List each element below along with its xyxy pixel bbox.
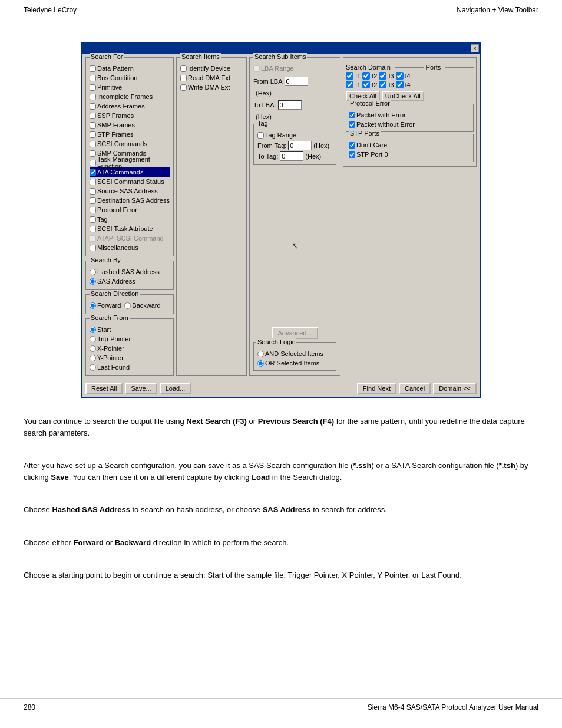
search-by-sas: SAS Address: [90, 276, 170, 286]
bold-tsh: *.tsh: [499, 461, 515, 470]
port-i1-r2[interactable]: [346, 81, 353, 88]
ports-divider2: [445, 67, 474, 68]
domain-ports-row: Search Domain Ports: [346, 64, 474, 71]
item-atapi-scsi: ATAPI SCSI Command: [90, 233, 170, 243]
paragraph-4: Choose either Forward or Backward direct…: [24, 537, 538, 549]
packet-without-error: Packet without Error: [349, 120, 471, 129]
search-items-label: Search Items: [180, 53, 221, 60]
from-trip-pointer: Trip-Pointer: [90, 334, 170, 344]
advanced-button[interactable]: Advanced...: [272, 327, 318, 339]
direction-forward: Forward: [90, 301, 121, 310]
bold-sas-address: SAS Address: [263, 505, 311, 514]
search-from-group: Search From Start Trip-Pointer X-Pointer…: [85, 318, 174, 376]
from-start: Start: [90, 325, 170, 334]
search-sub-items-column: Search Sub Items LBA Range From LBA (Hex…: [249, 57, 340, 376]
save-button[interactable]: Save...: [125, 383, 157, 394]
to-lba-row: To LBA:: [253, 100, 336, 110]
search-from-label: Search From: [90, 314, 130, 321]
dialog-container: × Search For Data Pattern Bus Condition …: [24, 42, 538, 398]
bold-save: Save: [51, 473, 68, 482]
paragraph-2: After you have set up a Search configura…: [24, 460, 538, 483]
advanced-btn-container: Advanced...: [253, 327, 336, 339]
paragraph-5: Choose a starting point to begin or cont…: [24, 569, 538, 581]
domain-button[interactable]: Domain <<: [433, 383, 477, 394]
port-i1-r1[interactable]: [346, 72, 353, 80]
item-scsi-commands: SCSI Commands: [90, 139, 170, 149]
item-dest-sas: Destination SAS Address: [90, 196, 170, 205]
load-button[interactable]: Load...: [160, 383, 191, 394]
item-bus-condition: Bus Condition: [90, 73, 170, 83]
port-i4-r2[interactable]: [396, 81, 404, 88]
from-y-pointer: Y-Pointer: [90, 353, 170, 363]
port-i2-r1[interactable]: [362, 72, 370, 80]
search-items-column: Search Items Identify Device Read DMA Ex…: [176, 57, 247, 376]
direction-backward: Backward: [124, 301, 160, 310]
search-by-group: Search By Hashed SAS Address SAS Address: [85, 261, 174, 290]
search-by-label: Search By: [90, 256, 122, 263]
cancel-button[interactable]: Cancel: [399, 383, 431, 394]
port-i3-r2[interactable]: [379, 81, 386, 88]
stp-port-0: STP Port 0: [349, 150, 471, 159]
search-items-group: Search Items Identify Device Read DMA Ex…: [176, 57, 247, 376]
dialog-footer: Reset All Save... Load... Find Next Canc…: [82, 380, 480, 397]
reset-all-button[interactable]: Reset All: [85, 383, 123, 394]
dialog-body: Search For Data Pattern Bus Condition Pr…: [82, 54, 480, 380]
dialog-title-bar: ×: [82, 43, 480, 54]
item-write-dma-ext: Write DMA Ext: [180, 83, 243, 92]
tag-subgroup: Tag Tag Range From Tag: (Hex) To Tag: (H…: [253, 124, 336, 165]
item-address-frames: Address Frames: [90, 101, 170, 111]
protocol-error-group-label: Protocol Error: [349, 100, 391, 107]
bold-forward: Forward: [74, 538, 104, 547]
close-button[interactable]: ×: [471, 44, 479, 52]
search-direction-label: Search Direction: [90, 290, 140, 297]
bold-next-search: Next Search (F3): [186, 417, 247, 426]
to-lba-input[interactable]: [278, 100, 302, 110]
item-stp-frames: STP Frames: [90, 130, 170, 139]
paragraph-3: Choose Hashed SAS Address to search on h…: [24, 504, 538, 516]
from-lba-input[interactable]: [285, 77, 308, 86]
search-by-hashed: Hashed SAS Address: [90, 267, 170, 276]
search-domain-label: Search Domain: [346, 64, 391, 71]
search-logic-label: Search Logic: [256, 338, 296, 345]
item-task-mgmt: Task Management Function: [90, 158, 170, 167]
ports-divider: [395, 67, 424, 68]
search-for-group: Search For Data Pattern Bus Condition Pr…: [85, 57, 174, 256]
paragraph-1: You can continue to search the output fi…: [24, 416, 538, 439]
stp-ports-group: STP Ports Don't Care STP Port 0: [346, 134, 474, 162]
port-i2-r2[interactable]: [362, 81, 370, 88]
search-for-label: Search For: [90, 53, 124, 60]
bold-ssh: *.ssh: [353, 461, 371, 470]
bold-load: Load: [252, 473, 270, 482]
ports-row1: I1 I2 I3 I4: [346, 72, 474, 80]
item-ssp-frames: SSP Frames: [90, 111, 170, 120]
logic-or: OR Selected Items: [257, 358, 332, 368]
item-data-pattern: Data Pattern: [90, 64, 170, 73]
tag-range-check: Tag Range: [257, 130, 332, 140]
header-left: Teledyne LeCroy: [24, 6, 77, 14]
item-primitive: Primitive: [90, 83, 170, 92]
find-next-button[interactable]: Find Next: [357, 383, 396, 394]
dialog-box: × Search For Data Pattern Bus Condition …: [81, 42, 481, 398]
item-source-sas: Source SAS Address: [90, 186, 170, 196]
search-domain-column: Search Domain Ports I1 I2 I3: [343, 57, 477, 376]
from-tag-input[interactable]: [288, 141, 312, 150]
from-last-found: Last Found: [90, 363, 170, 372]
from-lba-row: From LBA: [253, 77, 336, 86]
search-for-column: Search For Data Pattern Bus Condition Pr…: [85, 57, 174, 376]
search-domain-group: Search Domain Ports I1 I2 I3: [343, 57, 477, 167]
header-right: Navigation + View Toolbar: [457, 6, 538, 14]
item-tag: Tag: [90, 215, 170, 224]
page-header: Teledyne LeCroy Navigation + View Toolba…: [0, 0, 562, 18]
bold-backward: Backward: [115, 538, 151, 547]
from-lba-hex: (Hex): [253, 90, 336, 97]
lba-range-check: LBA Range: [253, 64, 336, 73]
tag-subgroup-label: Tag: [256, 120, 269, 127]
footer-page-number: 280: [24, 703, 35, 711]
port-i4-r1[interactable]: [396, 72, 404, 80]
from-tag-row: From Tag: (Hex): [257, 141, 332, 150]
to-tag-input[interactable]: [280, 151, 303, 161]
item-protocol-error: Protocol Error: [90, 205, 170, 215]
port-i3-r1[interactable]: [379, 72, 386, 80]
item-identify-device: Identify Device: [180, 64, 243, 73]
logic-and: AND Selected Items: [257, 349, 332, 358]
